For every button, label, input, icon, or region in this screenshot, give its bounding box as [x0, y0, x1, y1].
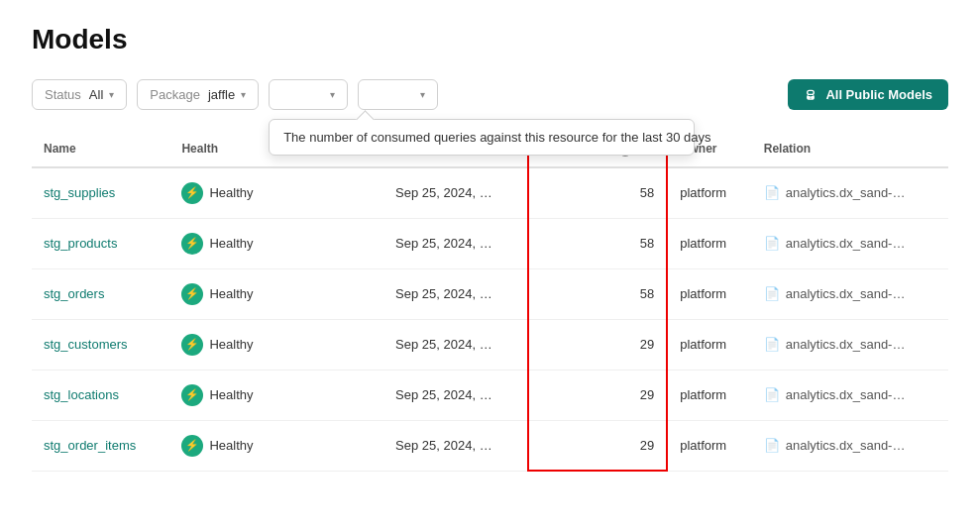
- cell-name: stg_order_items: [32, 420, 169, 471]
- page-container: Models Status All ▾ Package jaffle ▾ ▾ T…: [0, 0, 980, 495]
- cell-row-count: [283, 319, 383, 370]
- relation-value: analytics.dx_sand-…: [786, 337, 906, 352]
- extra-filter-empty: [371, 87, 413, 102]
- cell-owner: platform: [667, 370, 752, 420]
- cell-name: stg_locations: [32, 370, 169, 420]
- cell-relation: 📄 analytics.dx_sand-…: [752, 268, 948, 319]
- health-text: Healthy: [209, 236, 253, 251]
- cell-row-count: [283, 420, 383, 471]
- cell-query-count: 58: [528, 218, 667, 268]
- model-link[interactable]: stg_customers: [44, 337, 128, 352]
- cell-row-count: [283, 218, 383, 268]
- table-row: stg_locations ⚡ Healthy Sep 25, 2024, … …: [32, 370, 948, 420]
- health-badge: ⚡ Healthy: [181, 283, 253, 305]
- cell-relation: 📄 analytics.dx_sand-…: [752, 319, 948, 370]
- relation-value: analytics.dx_sand-…: [786, 387, 906, 402]
- cell-last-executed: Sep 25, 2024, …: [383, 370, 528, 420]
- model-link[interactable]: stg_supplies: [44, 185, 115, 200]
- status-value: All: [89, 87, 103, 102]
- cell-health: ⚡ Healthy: [169, 167, 282, 219]
- cell-owner: platform: [667, 319, 752, 370]
- link-icon: [804, 88, 817, 102]
- relation-cell: 📄 analytics.dx_sand-…: [764, 286, 936, 301]
- chevron-down-icon-3: ▾: [330, 89, 335, 100]
- doc-icon: 📄: [764, 337, 780, 352]
- cell-health: ⚡ Healthy: [169, 370, 282, 420]
- health-text: Healthy: [209, 387, 253, 402]
- table-row: stg_customers ⚡ Healthy Sep 25, 2024, … …: [32, 319, 948, 370]
- cell-query-count: 29: [528, 420, 667, 471]
- health-badge: ⚡ Healthy: [181, 384, 253, 406]
- doc-icon: 📄: [764, 185, 780, 200]
- page-title: Models: [32, 24, 948, 55]
- health-icon: ⚡: [181, 334, 203, 356]
- table-row: stg_orders ⚡ Healthy Sep 25, 2024, … 58 …: [32, 268, 948, 319]
- all-public-models-button[interactable]: All Public Models: [788, 79, 948, 110]
- chevron-down-icon-4: ▾: [420, 89, 425, 100]
- cell-health: ⚡ Healthy: [169, 420, 282, 471]
- model-link[interactable]: stg_orders: [44, 286, 104, 301]
- relation-value: analytics.dx_sand-…: [786, 185, 906, 200]
- health-icon: ⚡: [181, 283, 203, 305]
- col-query-count: Query count i: [528, 131, 667, 167]
- package-value: jaffle: [208, 87, 235, 102]
- doc-icon: 📄: [764, 286, 780, 301]
- cell-relation: 📄 analytics.dx_sand-…: [752, 167, 948, 219]
- health-badge: ⚡ Healthy: [181, 334, 253, 356]
- package-label: Package: [150, 87, 200, 102]
- extra-filter[interactable]: ▾: [358, 79, 437, 110]
- all-public-models-label: All Public Models: [825, 87, 932, 102]
- relation-cell: 📄 analytics.dx_sand-…: [764, 236, 936, 251]
- cell-row-count: [283, 268, 383, 319]
- health-badge: ⚡ Healthy: [181, 182, 253, 204]
- sort-icon: ↓: [482, 144, 487, 155]
- cell-owner: platform: [667, 167, 752, 219]
- doc-icon: 📄: [764, 387, 780, 402]
- col-name: Name: [32, 131, 169, 167]
- query-count-filter[interactable]: ▾: [269, 79, 348, 110]
- relation-value: analytics.dx_sand-…: [786, 236, 906, 251]
- chevron-down-icon-2: ▾: [241, 89, 246, 100]
- table-header-row: Name Health Row count Last executed ↓ Qu…: [32, 131, 948, 167]
- health-text: Healthy: [209, 286, 253, 301]
- cell-query-count: 58: [528, 167, 667, 219]
- health-text: Healthy: [209, 438, 253, 453]
- cell-last-executed: Sep 25, 2024, …: [383, 319, 528, 370]
- cell-relation: 📄 analytics.dx_sand-…: [752, 370, 948, 420]
- col-owner: Owner: [667, 131, 752, 167]
- relation-value: analytics.dx_sand-…: [786, 286, 906, 301]
- health-badge: ⚡ Healthy: [181, 435, 253, 457]
- cell-name: stg_products: [32, 218, 169, 268]
- cell-health: ⚡ Healthy: [169, 319, 282, 370]
- filter-empty-label: [281, 87, 324, 102]
- col-health: Health: [169, 131, 282, 167]
- cell-owner: platform: [667, 420, 752, 471]
- query-count-filter-wrapper: ▾ The number of consumed queries against…: [269, 79, 348, 110]
- models-table: Name Health Row count Last executed ↓ Qu…: [32, 130, 948, 472]
- health-text: Healthy: [209, 337, 253, 352]
- model-link[interactable]: stg_locations: [44, 387, 119, 402]
- chevron-down-icon: ▾: [109, 89, 114, 100]
- health-icon: ⚡: [181, 233, 203, 255]
- health-badge: ⚡ Healthy: [181, 233, 253, 255]
- toolbar: Status All ▾ Package jaffle ▾ ▾ The numb…: [32, 79, 948, 110]
- model-link[interactable]: stg_products: [44, 236, 117, 251]
- cell-relation: 📄 analytics.dx_sand-…: [752, 420, 948, 471]
- status-filter[interactable]: Status All ▾: [32, 79, 127, 110]
- cell-query-count: 29: [528, 319, 667, 370]
- table-body: stg_supplies ⚡ Healthy Sep 25, 2024, … 5…: [32, 167, 948, 472]
- info-icon: i: [618, 143, 632, 157]
- col-last-executed[interactable]: Last executed ↓: [383, 131, 528, 167]
- cell-row-count: [283, 370, 383, 420]
- status-label: Status: [45, 87, 81, 102]
- cell-last-executed: Sep 25, 2024, …: [383, 167, 528, 219]
- health-text: Healthy: [209, 185, 253, 200]
- relation-value: analytics.dx_sand-…: [786, 438, 906, 453]
- cell-query-count: 58: [528, 268, 667, 319]
- cell-last-executed: Sep 25, 2024, …: [383, 218, 528, 268]
- health-icon: ⚡: [181, 384, 203, 406]
- health-icon: ⚡: [181, 182, 203, 204]
- cell-query-count: 29: [528, 370, 667, 420]
- model-link[interactable]: stg_order_items: [44, 438, 136, 453]
- package-filter[interactable]: Package jaffle ▾: [137, 79, 259, 110]
